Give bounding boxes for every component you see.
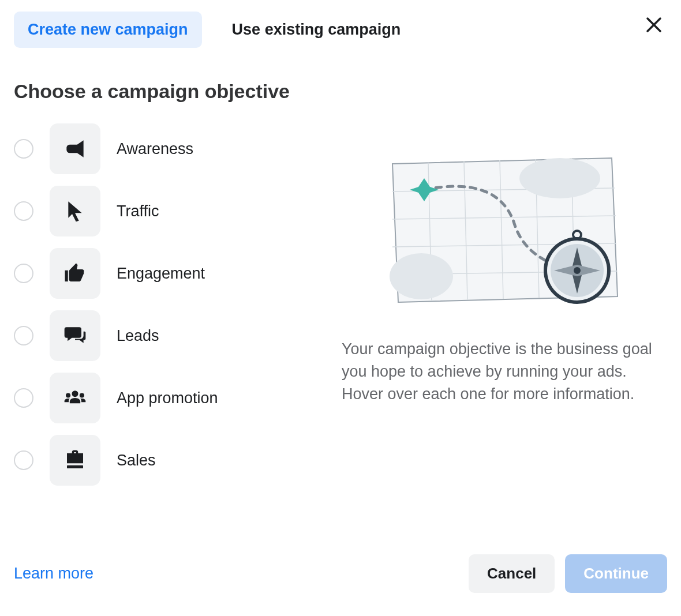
cancel-button[interactable]: Cancel bbox=[469, 554, 555, 593]
option-traffic[interactable]: Traffic bbox=[14, 186, 314, 236]
option-engagement[interactable]: Engagement bbox=[14, 248, 314, 299]
option-leads[interactable]: Leads bbox=[14, 310, 314, 361]
radio-traffic[interactable] bbox=[14, 201, 33, 221]
icon-box bbox=[50, 123, 100, 174]
option-label: Awareness bbox=[117, 140, 193, 158]
radio-awareness[interactable] bbox=[14, 139, 33, 159]
map-compass-illustration bbox=[381, 147, 623, 320]
svg-point-15 bbox=[519, 158, 600, 198]
page-title: Choose a campaign objective bbox=[14, 80, 667, 103]
icon-box bbox=[50, 310, 100, 361]
radio-engagement[interactable] bbox=[14, 264, 33, 283]
people-group-icon bbox=[62, 385, 88, 411]
option-label: App promotion bbox=[117, 389, 218, 407]
help-panel: Your campaign objective is the business … bbox=[337, 123, 667, 497]
tab-create-new-campaign[interactable]: Create new campaign bbox=[14, 12, 202, 48]
icon-box bbox=[50, 373, 100, 423]
footer: Learn more Cancel Continue bbox=[14, 554, 667, 593]
tab-bar: Create new campaign Use existing campaig… bbox=[14, 12, 667, 48]
close-icon bbox=[645, 16, 663, 33]
svg-point-2 bbox=[72, 390, 78, 397]
option-label: Engagement bbox=[117, 265, 205, 283]
icon-box bbox=[50, 435, 100, 486]
option-label: Leads bbox=[117, 327, 159, 345]
icon-box bbox=[50, 248, 100, 299]
option-awareness[interactable]: Awareness bbox=[14, 123, 314, 174]
thumbs-up-icon bbox=[63, 261, 87, 286]
help-text: Your campaign objective is the business … bbox=[337, 338, 667, 405]
chat-bubbles-icon bbox=[62, 323, 88, 348]
radio-app-promotion[interactable] bbox=[14, 388, 33, 408]
svg-point-3 bbox=[66, 393, 70, 397]
svg-point-4 bbox=[80, 393, 84, 397]
briefcase-icon bbox=[63, 448, 87, 472]
option-app-promotion[interactable]: App promotion bbox=[14, 373, 314, 423]
learn-more-link[interactable]: Learn more bbox=[14, 565, 93, 583]
tab-use-existing-campaign[interactable]: Use existing campaign bbox=[218, 12, 415, 48]
option-label: Traffic bbox=[117, 202, 159, 220]
option-label: Sales bbox=[117, 452, 156, 469]
svg-point-16 bbox=[390, 253, 453, 299]
continue-button[interactable]: Continue bbox=[565, 554, 667, 593]
cursor-icon bbox=[63, 200, 87, 223]
radio-sales[interactable] bbox=[14, 450, 33, 470]
objective-options: Awareness Traffic Engagement bbox=[14, 123, 314, 497]
close-button[interactable] bbox=[645, 16, 663, 36]
svg-point-20 bbox=[574, 267, 581, 274]
megaphone-icon bbox=[62, 136, 88, 161]
option-sales[interactable]: Sales bbox=[14, 435, 314, 486]
svg-rect-5 bbox=[67, 465, 83, 468]
icon-box bbox=[50, 186, 100, 236]
radio-leads[interactable] bbox=[14, 326, 33, 345]
